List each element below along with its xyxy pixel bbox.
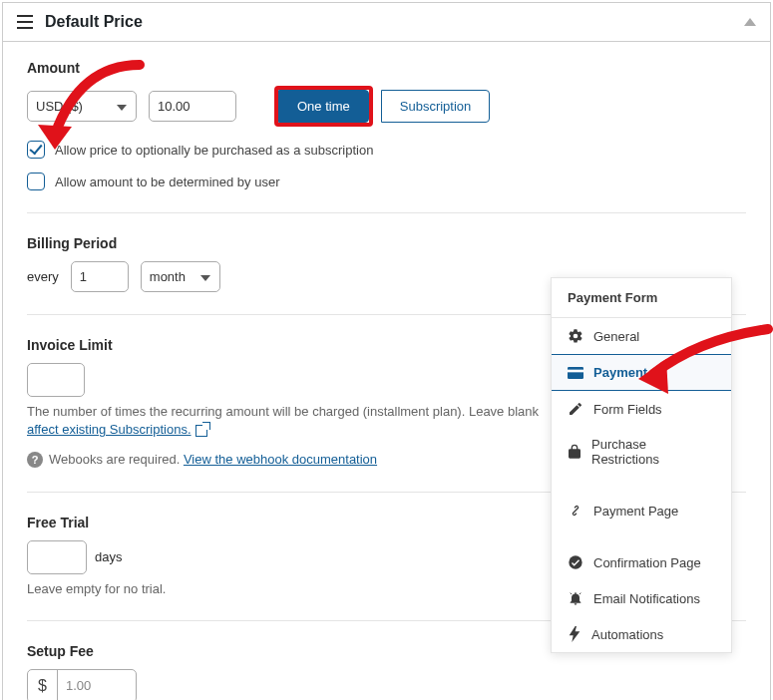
allow-user-amount-checkbox[interactable]: [27, 173, 45, 190]
side-panel-title: Payment Form: [552, 278, 731, 318]
billing-type-highlight: One time: [274, 86, 373, 127]
help-icon[interactable]: ?: [27, 452, 43, 468]
amount-label: Amount: [27, 60, 746, 76]
sidebar-item-label: Payment: [593, 365, 647, 380]
one-time-button[interactable]: One time: [278, 90, 369, 123]
svg-rect-0: [568, 367, 583, 379]
billing-period-label: Billing Period: [27, 235, 746, 251]
panel-header[interactable]: Default Price: [3, 3, 770, 42]
external-link-icon: [195, 425, 207, 437]
currency-select[interactable]: USD ($): [27, 91, 137, 122]
hamburger-icon[interactable]: [17, 15, 33, 29]
gear-icon: [568, 328, 583, 344]
allow-optional-subscription-checkbox[interactable]: [27, 141, 45, 159]
billing-unit-select[interactable]: month: [141, 261, 220, 292]
sidebar-item-confirmation-page[interactable]: Confirmation Page: [552, 544, 731, 580]
card-icon: [568, 367, 583, 379]
setup-fee-input[interactable]: [58, 671, 126, 700]
webhook-doc-link[interactable]: View the webhook documentation: [184, 451, 377, 469]
svg-rect-1: [568, 369, 583, 372]
invoice-limit-input[interactable]: [27, 363, 85, 397]
days-label: days: [95, 549, 122, 564]
bell-icon: [568, 590, 583, 606]
setup-fee-currency: $: [28, 670, 58, 700]
free-trial-input[interactable]: [27, 540, 87, 574]
lock-icon: [568, 444, 581, 460]
sidebar-item-label: Automations: [591, 627, 663, 642]
sidebar-item-general[interactable]: General: [552, 318, 731, 354]
sidebar-item-label: Payment Page: [593, 504, 678, 519]
subscription-button[interactable]: Subscription: [381, 90, 491, 123]
affect-subscriptions-link[interactable]: affect existing Subscriptions.: [27, 422, 192, 437]
edit-icon: [568, 401, 583, 417]
allow-user-amount-label: Allow amount to be determined by user: [55, 175, 279, 189]
sidebar-item-label: Confirmation Page: [593, 555, 701, 570]
sidebar-item-label: Form Fields: [593, 402, 662, 417]
billing-every-input[interactable]: [71, 261, 129, 292]
amount-input[interactable]: [149, 91, 236, 122]
panel-title: Default Price: [45, 13, 143, 31]
sidebar-item-automations[interactable]: Automations: [552, 616, 731, 652]
sidebar-item-purchase-restrictions[interactable]: Purchase Restrictions: [552, 427, 731, 477]
sidebar-item-label: Email Notifications: [593, 591, 700, 606]
sidebar-item-email-notifications[interactable]: Email Notifications: [552, 580, 731, 616]
check-circle-icon: [568, 554, 583, 570]
allow-optional-subscription-label: Allow price to optionally be purchased a…: [55, 143, 373, 158]
sidebar-item-payment[interactable]: Payment: [552, 354, 731, 391]
payment-form-panel: Payment Form General Payment Form Fields…: [551, 277, 732, 653]
sidebar-item-payment-page[interactable]: Payment Page: [552, 493, 731, 528]
sidebar-item-label: General: [593, 329, 639, 344]
sidebar-item-label: Purchase Restrictions: [591, 437, 715, 467]
bolt-icon: [568, 626, 581, 642]
svg-point-2: [569, 555, 581, 568]
collapse-icon[interactable]: [744, 18, 756, 26]
billing-every-label: every: [27, 269, 59, 284]
link-icon: [568, 503, 583, 519]
sidebar-item-form-fields[interactable]: Form Fields: [552, 391, 731, 427]
